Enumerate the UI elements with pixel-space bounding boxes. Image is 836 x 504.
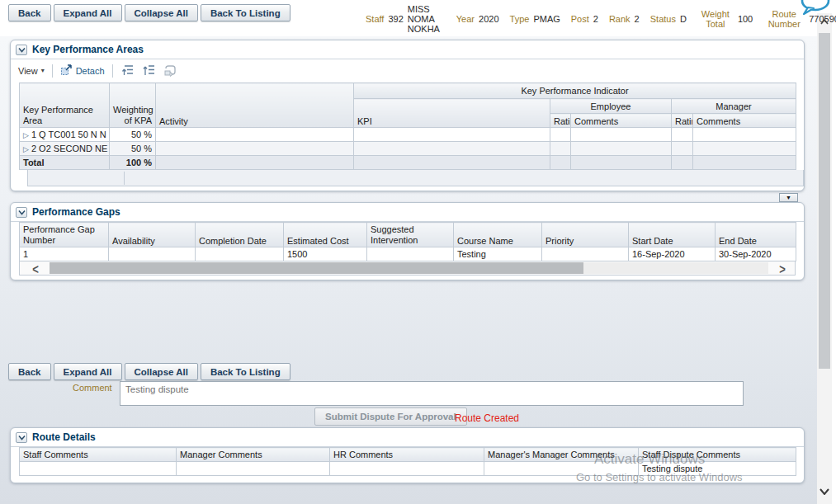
detach-button[interactable]: Detach xyxy=(60,64,105,78)
record-header: Staff 392 MISS NOMA NOKHA Year 2020 Type… xyxy=(366,0,836,38)
col-hr-comments: HR Comments xyxy=(330,448,484,462)
total-weighting: 100 % xyxy=(110,156,156,170)
back-button-bottom[interactable]: Back xyxy=(8,363,51,380)
kpa-weighting: 50 % xyxy=(110,128,156,142)
weight-total-value: 100 xyxy=(738,14,753,24)
col-start-date: Start Date xyxy=(629,223,716,247)
col-managers-manager-comments: Manager's Manager Comments xyxy=(484,448,639,462)
kpa-total-row: Total 100 % xyxy=(20,156,796,170)
manager-comments-value xyxy=(177,462,330,476)
status-label: Status xyxy=(650,14,676,24)
type-label: Type xyxy=(510,14,530,24)
status-value: D xyxy=(680,14,687,24)
kpa-weighting: 50 % xyxy=(110,142,156,156)
total-label: Total xyxy=(20,156,110,170)
view-menu-label: View xyxy=(18,66,38,76)
kpa-panel-title: Key Performance Areas xyxy=(32,44,144,55)
chat-bubble-icon[interactable] xyxy=(798,0,833,16)
back-to-listing-button-bottom[interactable]: Back To Listing xyxy=(201,363,290,380)
toolbar-separator xyxy=(52,64,53,78)
top-toolbar: Back Expand All Collapse All Back To Lis… xyxy=(8,4,290,21)
route-row[interactable]: Testing dispute xyxy=(20,462,796,476)
kpa-panel-header: Key Performance Areas xyxy=(11,40,804,59)
gap-estimated-cost: 1500 xyxy=(284,247,367,261)
comment-label: Comment xyxy=(73,383,112,393)
expand-row-icon[interactable]: ▷ xyxy=(23,145,29,153)
panel-splitter-collapse-icon[interactable]: ▼ xyxy=(779,193,798,202)
gap-start-date: 16-Sep-2020 xyxy=(629,247,716,261)
go-up-icon[interactable] xyxy=(120,64,135,78)
scroll-right-icon[interactable]: > xyxy=(772,260,793,277)
staff-value: 392 xyxy=(388,14,403,24)
field-year: Year 2020 xyxy=(456,14,499,24)
field-status: Status D xyxy=(650,14,687,24)
col-header-weighting: Weighting of KPA xyxy=(110,83,156,128)
field-weight-total: Weight Total 100 xyxy=(697,9,753,29)
back-button[interactable]: Back xyxy=(8,4,51,21)
group-header-employee: Employee xyxy=(550,99,672,114)
group-header-manager: Manager xyxy=(672,99,796,114)
gaps-scrollbar-thumb[interactable] xyxy=(50,262,583,274)
field-staff: Staff 392 MISS NOMA NOKHA xyxy=(366,4,446,34)
group-header-kpi: Key Performance Indicator xyxy=(354,83,796,99)
hr-comments-value xyxy=(330,462,484,476)
gaps-panel-title: Performance Gaps xyxy=(32,206,120,218)
vertical-scrollbar[interactable] xyxy=(817,13,832,504)
col-gap-number: Performance Gap Number xyxy=(20,223,109,247)
go-to-top-icon[interactable] xyxy=(142,64,156,78)
col-staff-comments: Staff Comments xyxy=(20,448,177,462)
staff-dispute-comments-value: Testing dispute xyxy=(639,462,796,476)
collapse-all-button[interactable]: Collapse All xyxy=(125,4,198,21)
kpa-name: 2 O2 SECOND NE xyxy=(31,144,107,153)
col-completion-date: Completion Date xyxy=(196,223,284,247)
kpa-row-1[interactable]: ▷1 Q TC001 50 N N 50 % xyxy=(20,128,796,142)
staff-name: MISS NOMA NOKHA xyxy=(408,4,446,34)
gaps-row[interactable]: 1 1500 Testing 16-Sep-2020 30-Sep-2020 xyxy=(20,247,796,261)
gap-suggested-intervention xyxy=(367,247,454,261)
gap-priority xyxy=(542,247,629,261)
gaps-scrollbar-track[interactable] xyxy=(50,262,768,274)
gaps-disclosure-icon[interactable] xyxy=(16,207,27,218)
kpa-disclosure-icon[interactable] xyxy=(16,45,27,55)
kpa-table-footer xyxy=(27,170,804,186)
submit-dispute-button[interactable]: Submit Dispute For Approval xyxy=(314,407,467,426)
expand-all-button-bottom[interactable]: Expand All xyxy=(54,363,122,380)
col-manager-comments: Manager Comments xyxy=(177,448,330,462)
kpa-table-container: Key Performance Area Weighting of KPA Ac… xyxy=(19,82,804,186)
route-details-panel: Route Details Staff Comments Manager Com… xyxy=(10,427,805,483)
vertical-scrollbar-thumb[interactable] xyxy=(819,33,830,369)
expand-row-icon[interactable]: ▷ xyxy=(23,131,29,139)
performance-gaps-panel: Performance Gaps Performance Gap Number … xyxy=(10,202,805,280)
back-to-listing-button[interactable]: Back To Listing xyxy=(201,4,290,21)
app-screen: Back Expand All Collapse All Back To Lis… xyxy=(0,0,836,504)
col-suggested-intervention: Suggested Intervention xyxy=(367,223,454,247)
expand-all-button[interactable]: Expand All xyxy=(54,4,122,21)
gaps-horizontal-scrollbar[interactable]: < > xyxy=(19,261,796,276)
kpa-table: Key Performance Area Weighting of KPA Ac… xyxy=(19,82,796,170)
scroll-left-icon[interactable]: < xyxy=(25,260,46,277)
col-availability: Availability xyxy=(109,223,196,247)
kpa-row-2[interactable]: ▷2 O2 SECOND NE 50 % xyxy=(20,142,796,156)
managers-manager-comments-value xyxy=(484,462,639,476)
route-created-message: Route Created xyxy=(455,412,519,424)
scroll-down-icon[interactable] xyxy=(818,485,831,498)
staff-label: Staff xyxy=(366,14,384,24)
gaps-table: Performance Gap Number Availability Comp… xyxy=(19,222,796,261)
collapse-all-button-bottom[interactable]: Collapse All xyxy=(125,363,198,380)
view-menu-button[interactable]: View ▾ xyxy=(18,66,45,76)
comment-input[interactable]: Testing dispute xyxy=(120,381,744,406)
kpa-toolbar: View ▾ Detach xyxy=(11,59,804,82)
route-disclosure-icon[interactable] xyxy=(16,432,27,443)
kpa-panel: Key Performance Areas View ▾ Detach xyxy=(10,40,805,191)
col-end-date: End Date xyxy=(716,223,796,247)
staff-comments-value xyxy=(20,462,177,476)
rank-value: 2 xyxy=(635,14,640,24)
show-as-top-icon[interactable] xyxy=(163,64,177,78)
gap-course-name: Testing xyxy=(454,247,542,261)
detach-label: Detach xyxy=(76,66,105,76)
gaps-panel-header: Performance Gaps xyxy=(11,203,804,222)
gap-completion-date xyxy=(196,247,284,261)
field-post: Post 2 xyxy=(571,14,598,24)
rank-label: Rank xyxy=(609,14,631,24)
type-value: PMAG xyxy=(533,14,560,24)
